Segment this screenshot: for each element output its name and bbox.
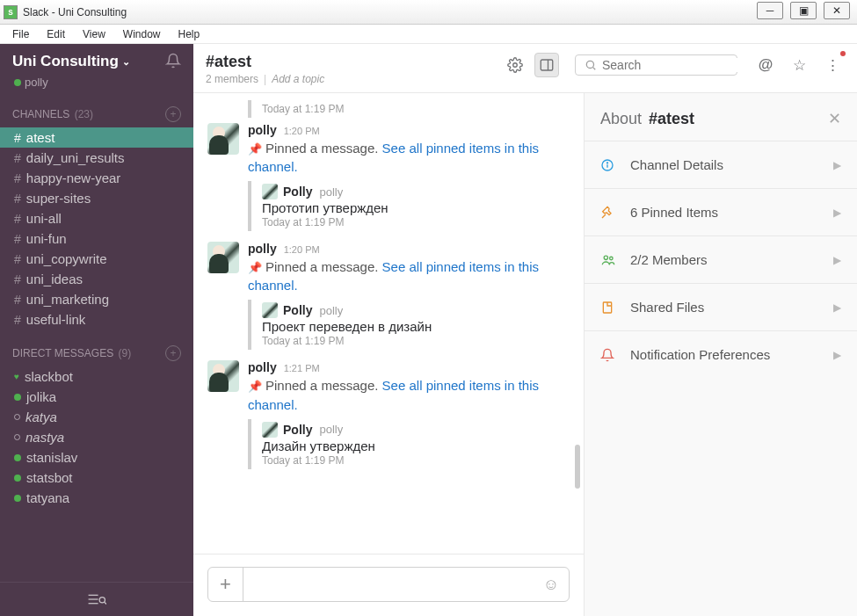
sidebar-dm-nastya[interactable]: nastya [0, 427, 193, 447]
pin-icon [600, 206, 618, 220]
details-pane-toggle[interactable] [534, 53, 559, 77]
message-author[interactable]: polly [248, 123, 277, 137]
sidebar-channel-uni_copywrite[interactable]: #uni_copywrite [0, 249, 193, 269]
channel-name-label: uni_marketing [26, 292, 109, 307]
about-section-bell[interactable]: Notification Preferences▶ [585, 330, 857, 378]
sidebar-dm-tatyana[interactable]: tatyana [0, 488, 193, 508]
dms-count: (9) [118, 347, 131, 359]
about-section-label: Channel Details [630, 157, 821, 172]
about-section-info[interactable]: Channel Details▶ [585, 141, 857, 188]
add-topic-link[interactable]: Add a topic [272, 73, 324, 85]
composer-input[interactable] [243, 568, 534, 601]
hash-icon: # [14, 151, 21, 165]
presence-active-icon [14, 79, 21, 86]
star-icon[interactable]: ☆ [787, 53, 811, 77]
window-title: Slack - Uni Consulting [23, 6, 853, 18]
search-box[interactable] [575, 54, 737, 76]
presence-away-icon [14, 414, 20, 420]
mini-avatar [262, 184, 278, 199]
team-name-label: Uni Consulting [12, 53, 119, 70]
message-text: 📌Pinned a message. See all pinned items … [248, 139, 570, 176]
menu-view[interactable]: View [74, 26, 114, 42]
about-section-pin[interactable]: 6 Pinned Items▶ [585, 188, 857, 236]
pinned-preview[interactable]: PollypollyПрототип утвержденToday at 1:1… [248, 181, 570, 231]
preview-time: Today at 1:19 PM [262, 216, 570, 228]
members-icon [600, 253, 618, 267]
message-author[interactable]: polly [248, 242, 277, 256]
message-text: 📌Pinned a message. See all pinned items … [248, 376, 570, 413]
sidebar-channel-uni-all[interactable]: #uni-all [0, 208, 193, 228]
sidebar-dm-jolika[interactable]: jolika [0, 387, 193, 407]
avatar[interactable] [207, 360, 239, 392]
channel-list: #atest#daily_uni_results#happy-new-year#… [0, 127, 193, 330]
about-label: About [600, 110, 642, 128]
sidebar-channel-uni_ideas[interactable]: #uni_ideas [0, 269, 193, 289]
minimize-button[interactable]: ─ [757, 2, 783, 19]
pinned-preview[interactable]: PollypollyДизайн утвержденToday at 1:19 … [248, 419, 570, 469]
divider: | [264, 73, 266, 85]
dm-name-label: statsbot [26, 470, 73, 485]
add-channel-button[interactable]: + [165, 106, 181, 122]
channel-members-count[interactable]: 2 members [206, 73, 258, 85]
pinned-preview[interactable]: PollypollyПроект переведен в дизайнToday… [248, 300, 570, 350]
channel-name-label: super-sites [26, 191, 91, 206]
avatar[interactable] [207, 242, 239, 273]
close-icon[interactable]: ✕ [828, 109, 841, 128]
hash-icon: # [14, 293, 21, 307]
menu-edit[interactable]: Edit [38, 26, 74, 42]
sidebar-channel-super-sites[interactable]: #super-sites [0, 188, 193, 208]
svg-point-12 [606, 162, 607, 163]
message-author[interactable]: polly [248, 360, 277, 374]
channel-title[interactable]: #atest [206, 53, 324, 71]
hash-icon: # [14, 313, 21, 327]
about-section-files[interactable]: Shared Files▶ [585, 283, 857, 330]
presence-heart-icon: ♥ [14, 372, 19, 381]
scrollbar-thumb[interactable] [575, 445, 580, 489]
sidebar-channel-useful-link[interactable]: #useful-link [0, 309, 193, 330]
preview-time: Today at 1:19 PM [262, 335, 570, 347]
current-user[interactable]: polly [0, 76, 193, 101]
sidebar-channel-uni-fun[interactable]: #uni-fun [0, 228, 193, 249]
message-time: 1:20 PM [284, 244, 320, 255]
dms-header[interactable]: DIRECT MESSAGES (9) + [0, 340, 193, 366]
messages-pane[interactable]: Today at 1:19 PM polly1:20 PM📌Pinned a m… [193, 93, 584, 554]
menu-window[interactable]: Window [114, 26, 170, 42]
gear-icon[interactable] [503, 53, 527, 77]
sidebar-channel-atest[interactable]: #atest [0, 127, 193, 148]
maximize-button[interactable]: ▣ [790, 2, 817, 19]
channel-name-label: daily_uni_results [26, 150, 125, 165]
notifications-bell-icon[interactable] [165, 53, 181, 69]
history-search-icon[interactable] [87, 591, 106, 607]
message-composer[interactable]: + ☺ [207, 567, 570, 602]
sidebar-dm-statsbot[interactable]: statsbot [0, 467, 193, 488]
team-switcher[interactable]: Uni Consulting ⌄ [12, 53, 130, 70]
mentions-icon[interactable]: @ [753, 53, 778, 77]
sidebar-channel-daily_uni_results[interactable]: #daily_uni_results [0, 148, 193, 168]
preview-user: polly [319, 185, 343, 199]
sidebar-channel-uni_marketing[interactable]: #uni_marketing [0, 289, 193, 309]
more-actions-icon[interactable]: ⋮ [820, 53, 845, 77]
channel-header: #atest 2 members | Add a topic [193, 44, 857, 93]
menu-help[interactable]: Help [170, 26, 209, 42]
hash-icon: # [14, 131, 21, 145]
sidebar-channel-happy-new-year[interactable]: #happy-new-year [0, 168, 193, 188]
sidebar: Uni Consulting ⌄ polly CHANNELS (23) + #… [0, 44, 193, 616]
hash-icon: # [14, 252, 21, 266]
hash-icon: # [14, 212, 21, 226]
dm-name-label: slackbot [25, 369, 73, 384]
pin-icon: 📌 [248, 141, 262, 157]
sidebar-dm-slackbot[interactable]: ♥slackbot [0, 366, 193, 387]
emoji-picker-icon[interactable]: ☺ [534, 568, 569, 601]
preview-author: Polly [283, 303, 312, 317]
avatar[interactable] [207, 123, 239, 155]
attach-plus-icon[interactable]: + [208, 568, 243, 601]
svg-point-14 [610, 257, 613, 259]
search-input[interactable] [602, 58, 756, 72]
sidebar-dm-katya[interactable]: katya [0, 407, 193, 427]
add-dm-button[interactable]: + [165, 345, 181, 361]
close-button[interactable]: ✕ [824, 2, 850, 19]
sidebar-dm-stanislav[interactable]: stanislav [0, 447, 193, 467]
menu-file[interactable]: File [4, 26, 38, 42]
about-section-members[interactable]: 2/2 Members▶ [585, 236, 857, 283]
channels-header[interactable]: CHANNELS (23) + [0, 101, 193, 127]
